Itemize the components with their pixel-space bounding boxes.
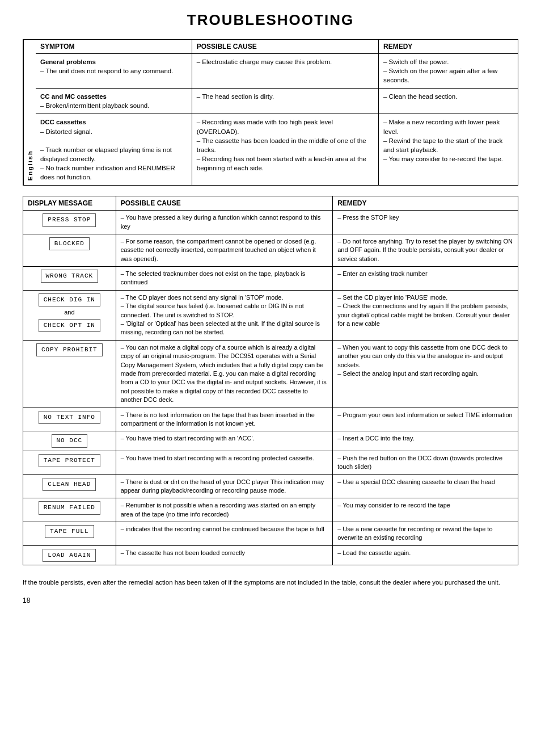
english-label: English xyxy=(23,40,36,185)
bottom-table-row: NO TEXT INFO– There is no text informati… xyxy=(23,408,518,431)
bottom-table-row: TAPE PROTECT– You have tried to start re… xyxy=(23,451,518,474)
bottom-remedy-cell: – You may consider to re-record the tape xyxy=(333,498,518,522)
display-message-cell: BLOCKED xyxy=(23,234,116,266)
display-msg-box: LOAD AGAIN xyxy=(43,549,96,562)
display-msg-box: TAPE PROTECT xyxy=(39,454,100,467)
bottom-table-row: WRONG TRACK– The selected tracknumber do… xyxy=(23,267,518,291)
bottom-remedy-cell: – Insert a DCC into the tray. xyxy=(333,431,518,451)
bottom-table: DISPLAY MESSAGE POSSIBLE CAUSE REMEDY PR… xyxy=(23,196,518,565)
top-remedy-cell: – Clean the head section. xyxy=(379,89,518,114)
top-table-row: CC and MC cassettes – Broken/intermitten… xyxy=(36,89,518,114)
display-msg-box: TAPE FULL xyxy=(45,525,94,538)
bottom-cause-cell: – The cassette has not been loaded corre… xyxy=(116,545,333,565)
bottom-remedy-cell: – Program your own text information or s… xyxy=(333,408,518,431)
bottom-table-row: TAPE FULL– indicates that the recording … xyxy=(23,522,518,546)
bottom-remedy-cell: – When you want to copy this cassette fr… xyxy=(333,340,518,408)
display-msg-box: RENUM FAILED xyxy=(39,501,100,514)
bottom-cause-cell: – There is dust or dirt on the head of y… xyxy=(116,474,333,498)
top-remedy-cell: – Make a new recording with lower peak l… xyxy=(379,114,518,185)
bottom-table-row: NO DCC– You have tried to start recordin… xyxy=(23,431,518,451)
bottom-remedy-cell: – Load the cassette again. xyxy=(333,545,518,565)
display-message-cell: COPY PROHIBIT xyxy=(23,340,116,408)
bottom-cause-cell: – indicates that the recording cannot be… xyxy=(116,522,333,546)
bottom-cause-cell: – You have pressed a key during a functi… xyxy=(116,211,333,234)
bottom-remedy-cell: – Do not force anything. Try to reset th… xyxy=(333,234,518,266)
bottom-table-row: CHECK DIG INandCHECK OPT IN– The CD play… xyxy=(23,290,518,340)
top-table-row: General problems – The unit does not res… xyxy=(36,54,518,89)
display-msg-box: COPY PROHIBIT xyxy=(36,343,103,356)
footer-note: If the trouble persists, even after the … xyxy=(23,578,518,587)
bottom-cause-cell: – Renumber is not possible when a record… xyxy=(116,498,333,522)
bottom-remedy-cell: – Set the CD player into 'PAUSE' mode. –… xyxy=(333,290,518,340)
bottom-table-row: BLOCKED– For some reason, the compartmen… xyxy=(23,234,518,266)
display-message-cell: WRONG TRACK xyxy=(23,267,116,291)
display-message-cell: NO DCC xyxy=(23,431,116,451)
display-msg-box: WRONG TRACK xyxy=(41,270,99,283)
bottom-table-row: LOAD AGAIN– The cassette has not been lo… xyxy=(23,545,518,565)
top-cause-cell: – Recording was made with too high peak … xyxy=(192,114,378,185)
top-table-row: DCC cassettes – Distorted signal. – Trac… xyxy=(36,114,518,185)
top-col-cause: POSSIBLE CAUSE xyxy=(192,40,378,54)
display-msg-box: PRESS STOP xyxy=(43,213,96,226)
display-message-cell: NO TEXT INFO xyxy=(23,408,116,431)
display-msg-box: NO TEXT INFO xyxy=(39,411,100,424)
bottom-cause-cell: – There is no text information on the ta… xyxy=(116,408,333,431)
top-section: English SYMPTOM POSSIBLE CAUSE REMEDY Ge… xyxy=(23,39,518,186)
bottom-remedy-cell: – Use a new cassette for recording or re… xyxy=(333,522,518,546)
display-message-cell: PRESS STOP xyxy=(23,211,116,234)
display-message-cell: CLEAN HEAD xyxy=(23,474,116,498)
bottom-col-display: DISPLAY MESSAGE xyxy=(23,196,116,211)
bottom-cause-cell: – The selected tracknumber does not exis… xyxy=(116,267,333,291)
bottom-remedy-cell: – Push the red button on the DCC down (t… xyxy=(333,451,518,474)
bottom-cause-cell: – You can not make a digital copy of a s… xyxy=(116,340,333,408)
top-symptom-cell: CC and MC cassettes – Broken/intermitten… xyxy=(36,89,192,114)
top-cause-cell: – Electrostatic charge may cause this pr… xyxy=(192,54,378,89)
top-symptom-cell: DCC cassettes – Distorted signal. – Trac… xyxy=(36,114,192,185)
bottom-table-row: CLEAN HEAD– There is dust or dirt on the… xyxy=(23,474,518,498)
top-table: SYMPTOM POSSIBLE CAUSE REMEDY General pr… xyxy=(36,40,518,185)
display-msg-box: NO DCC xyxy=(52,434,88,447)
top-col-remedy: REMEDY xyxy=(379,40,518,54)
display-message-cell: TAPE FULL xyxy=(23,522,116,546)
bottom-cause-cell: – You have tried to start recording with… xyxy=(116,431,333,451)
top-col-symptom: SYMPTOM xyxy=(36,40,192,54)
top-cause-cell: – The head section is dirty. xyxy=(192,89,378,114)
bottom-table-row: PRESS STOP– You have pressed a key durin… xyxy=(23,211,518,234)
display-message-cell: RENUM FAILED xyxy=(23,498,116,522)
bottom-col-cause: POSSIBLE CAUSE xyxy=(116,196,333,211)
bottom-table-row: COPY PROHIBIT– You can not make a digita… xyxy=(23,340,518,408)
page-number: 18 xyxy=(23,597,518,604)
display-msg-box: CHECK OPT IN xyxy=(39,319,100,332)
bottom-table-row: RENUM FAILED– Renumber is not possible w… xyxy=(23,498,518,522)
display-message-cell: CHECK DIG INandCHECK OPT IN xyxy=(23,290,116,340)
bottom-cause-cell: – You have tried to start recording with… xyxy=(116,451,333,474)
display-message-cell: LOAD AGAIN xyxy=(23,545,116,565)
display-msg-box: BLOCKED xyxy=(49,237,90,250)
display-msg-box: CLEAN HEAD xyxy=(43,478,96,491)
bottom-section: DISPLAY MESSAGE POSSIBLE CAUSE REMEDY PR… xyxy=(23,196,518,565)
bottom-remedy-cell: – Press the STOP key xyxy=(333,211,518,234)
top-symptom-cell: General problems – The unit does not res… xyxy=(36,54,192,89)
top-remedy-cell: – Switch off the power. – Switch on the … xyxy=(379,54,518,89)
bottom-cause-cell: – The CD player does not send any signal… xyxy=(116,290,333,340)
bottom-col-remedy: REMEDY xyxy=(333,196,518,211)
display-message-cell: TAPE PROTECT xyxy=(23,451,116,474)
page-title: TROUBLESHOOTING xyxy=(23,11,518,29)
bottom-remedy-cell: – Use a special DCC cleaning cassette to… xyxy=(333,474,518,498)
bottom-cause-cell: – For some reason, the compartment canno… xyxy=(116,234,333,266)
display-msg-box: CHECK DIG IN xyxy=(39,293,100,306)
bottom-remedy-cell: – Enter an existing track number xyxy=(333,267,518,291)
